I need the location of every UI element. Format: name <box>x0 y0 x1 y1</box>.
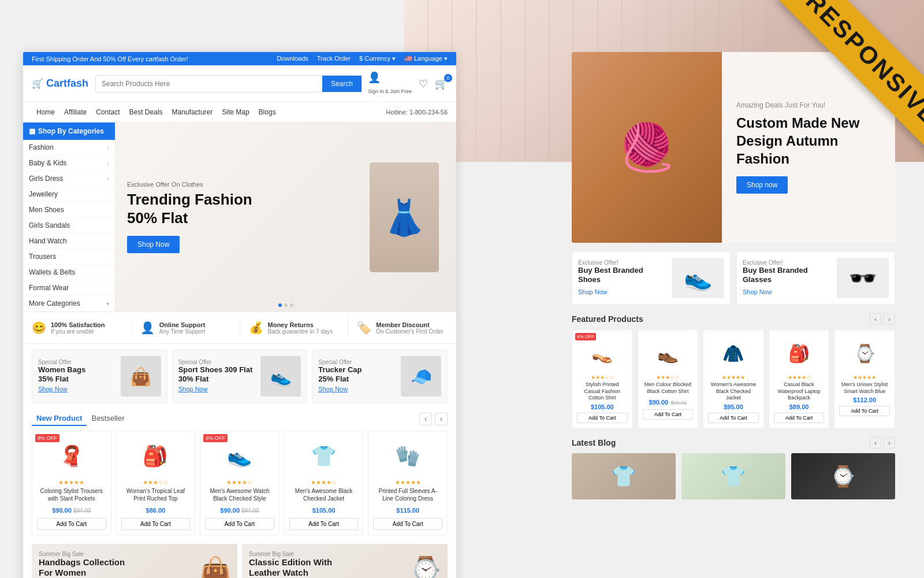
hero-banner: Exclusive Offer On Clothes Trending Fash… <box>116 123 456 312</box>
hero-subtitle: Exclusive Offer On Clothes <box>127 181 252 188</box>
nav-contact[interactable]: Contact <box>91 105 124 119</box>
cart-icon[interactable]: 🛒0 <box>435 77 448 90</box>
promo-label-caps: Special Offer <box>318 359 396 365</box>
right-promo-link-shoes[interactable]: Shop Now <box>578 288 608 295</box>
promo-discount-shoes: 30% Flat <box>178 375 256 383</box>
product-img-2: 🎒 <box>121 436 191 476</box>
blog-next[interactable]: › <box>884 437 895 449</box>
nav-home[interactable]: Home <box>32 105 59 119</box>
tab-new-product[interactable]: New Product <box>32 412 87 426</box>
blog-card-2[interactable]: 👕 <box>681 453 785 499</box>
user-icon[interactable]: 👤Sign in & Join Free <box>368 71 412 96</box>
featured-add-3[interactable]: Add To Cart <box>708 413 759 423</box>
logo[interactable]: 🛒 Cartfash <box>32 77 90 90</box>
sidebar-item-more[interactable]: More Categories ▾ <box>23 296 115 312</box>
featured-old-price-2: $96.00 <box>671 400 687 406</box>
nav-manufacturer[interactable]: Manufacturer <box>167 105 218 119</box>
sale-img-2: ⌚ <box>409 555 442 579</box>
sidebar-item-fashion[interactable]: Fashion › <box>23 140 115 155</box>
sidebar-item-formal-wear[interactable]: Formal Wear <box>23 280 115 296</box>
nav-affiliate[interactable]: Affiliate <box>59 105 91 119</box>
blog-prev[interactable]: ‹ <box>870 437 881 449</box>
language-selector[interactable]: 🇺🇸 Language ▾ <box>404 55 448 62</box>
section-tabs: New Product Bestseller ‹ › <box>32 412 448 426</box>
feature-discount: 🏷️ Member Discount On Customer's First O… <box>348 318 456 338</box>
downloads-link[interactable]: Downloads <box>277 55 308 62</box>
nav-blogs[interactable]: Blogs <box>254 105 281 119</box>
blog-card-1[interactable]: 👕 <box>572 453 676 499</box>
search-button[interactable]: Search <box>322 76 362 92</box>
search-input[interactable] <box>96 76 322 92</box>
hero-title: Trending Fashion 50% Flat <box>127 191 252 227</box>
blog-img-3: ⌚ <box>791 453 895 499</box>
featured-name-3: Women's Awesome Black Checked Jacket <box>708 381 759 402</box>
shipping-text: First Shipping Order And 50% Off Every c… <box>32 55 188 62</box>
prev-arrow[interactable]: ‹ <box>419 413 432 425</box>
hero-title-line2: 50% Flat <box>127 209 188 227</box>
promo-link-caps[interactable]: Shop Now <box>318 386 348 392</box>
discount-badge-3: 6% OFF <box>203 434 228 442</box>
promo-discount-bags: 35% Flat <box>38 375 116 383</box>
main-content: ▦ Shop By Categories Fashion › Baby & Ki… <box>23 123 456 312</box>
wishlist-icon[interactable]: ♡ <box>419 77 428 90</box>
add-to-cart-2[interactable]: Add To Cart <box>121 518 191 530</box>
add-to-cart-5[interactable]: Add To Cart <box>373 518 442 530</box>
right-promo-link-glasses[interactable]: Shop Now <box>743 288 772 295</box>
hero-shop-button[interactable]: Shop Now <box>127 236 180 253</box>
header: 🛒 Cartfash Search 👤Sign in & Join Free ♡… <box>23 65 456 102</box>
add-to-cart-1[interactable]: Add To Cart <box>37 518 106 530</box>
featured-card-5: ⌚ ★★★★★ Men's Unisex Stylist Smart Watch… <box>834 329 895 428</box>
right-hero-shop-button[interactable]: Shop now <box>736 176 788 194</box>
feature-desc-1: If you are unable <box>51 328 105 335</box>
dot-1[interactable] <box>278 303 282 307</box>
product-price-2: $86.00 <box>146 507 166 514</box>
product-name-3: Men's Awesome Watch Black Checked Style <box>205 487 274 502</box>
blog-grid: 👕 👕 ⌚ <box>572 453 895 499</box>
tab-bestseller[interactable]: Bestseller <box>87 412 129 426</box>
nav-best-deals[interactable]: Best Deals <box>125 105 167 119</box>
products-section: New Product Bestseller ‹ › 8% OFF 🧣 ★★★★… <box>23 409 456 541</box>
blog-header: Latest Blog ‹ › <box>572 437 895 449</box>
track-order-link[interactable]: Track Order <box>317 55 351 62</box>
featured-prev[interactable]: ‹ <box>870 313 881 325</box>
feature-title-2: Online Support <box>159 321 205 328</box>
nav-sitemap[interactable]: Site Map <box>217 105 254 119</box>
promo-link-shoes[interactable]: Shop Now <box>178 386 208 392</box>
blog-card-3[interactable]: ⌚ <box>791 453 895 499</box>
sidebar-item-baby[interactable]: Baby & Kids › <box>23 155 115 171</box>
right-promo-title-glasses: Buy Best BrandedGlasses <box>743 266 832 284</box>
chevron-down-icon: ▾ <box>106 301 109 307</box>
header-icons: 👤Sign in & Join Free ♡ 🛒0 <box>368 71 448 96</box>
product-price-1: $90.00 <box>52 507 72 514</box>
featured-next[interactable]: › <box>884 313 895 325</box>
add-to-cart-4[interactable]: Add To Cart <box>289 518 359 530</box>
dot-2[interactable] <box>284 303 288 307</box>
featured-add-2[interactable]: Add To Cart <box>643 409 694 420</box>
sidebar-item-trousers[interactable]: Trousers <box>23 249 115 265</box>
features-strip: 😊 100% Satisfaction If you are unable 👤 … <box>23 312 456 344</box>
featured-add-4[interactable]: Add To Cart <box>774 413 825 423</box>
sidebar-item-jewellery[interactable]: Jewellery <box>23 187 115 202</box>
sidebar-item-girls-dress[interactable]: Girls Dress › <box>23 171 115 187</box>
right-promo-image-glasses: 🕶️ <box>837 258 889 298</box>
featured-badge-1: 8% OFF <box>575 333 596 340</box>
next-arrow[interactable]: › <box>435 413 448 425</box>
banner-dots <box>278 303 293 307</box>
search-bar: Search <box>95 75 362 92</box>
sidebar-item-hand-watch[interactable]: Hand Watch <box>23 234 115 249</box>
arrow-icon: › <box>107 144 109 151</box>
sidebar-item-girls-sandals[interactable]: Girls Sandals <box>23 218 115 234</box>
featured-header: Featured Products ‹ › <box>572 313 895 325</box>
right-promo-label-shoes: Exclusive Offer! <box>578 260 668 266</box>
blog-img-2: 👕 <box>681 453 785 499</box>
featured-add-5[interactable]: Add To Cart <box>839 406 890 416</box>
featured-add-1[interactable]: Add To Cart <box>577 413 628 423</box>
stars-3: ★★★★☆ <box>205 479 274 486</box>
add-to-cart-3[interactable]: Add To Cart <box>205 518 274 530</box>
sidebar-item-men-shoes[interactable]: Men Shoes <box>23 202 115 218</box>
promo-link-bags[interactable]: Shop Now <box>38 386 68 392</box>
currency-selector[interactable]: $ Currency ▾ <box>359 55 396 62</box>
dot-3[interactable] <box>290 303 293 307</box>
featured-img-4: 🎒 <box>774 335 825 372</box>
sidebar-item-wallets[interactable]: Wallets & Belts <box>23 265 115 280</box>
